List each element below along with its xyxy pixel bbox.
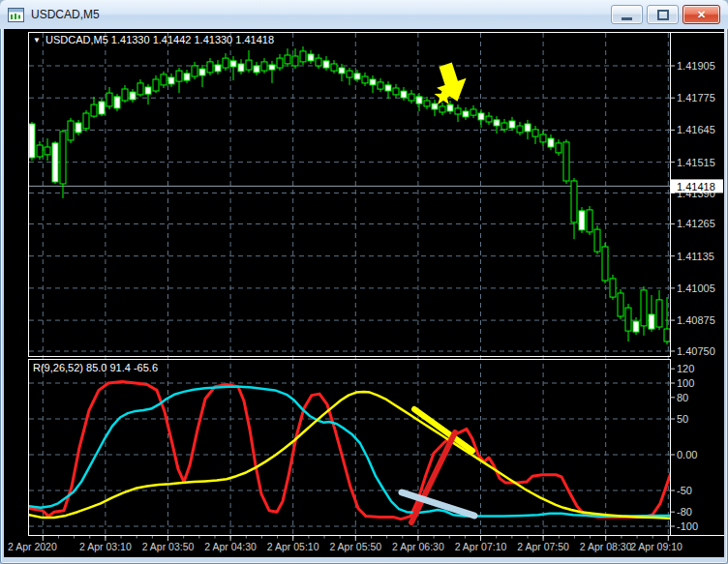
restore-button[interactable] — [647, 5, 679, 24]
svg-text:1.41645: 1.41645 — [677, 124, 715, 135]
svg-text:-50: -50 — [677, 485, 692, 496]
minimize-icon — [622, 17, 632, 20]
svg-text:120: 120 — [677, 363, 694, 374]
svg-text:2 Apr 07:10: 2 Apr 07:10 — [455, 541, 507, 552]
svg-text:-100: -100 — [677, 520, 698, 532]
svg-text:100: 100 — [677, 377, 694, 389]
chart-window-icon — [8, 8, 24, 22]
svg-text:2 Apr 05:10: 2 Apr 05:10 — [267, 541, 319, 552]
svg-text:1.41515: 1.41515 — [677, 157, 715, 168]
svg-text:1.41265: 1.41265 — [677, 218, 715, 229]
svg-text:80: 80 — [677, 392, 688, 403]
svg-text:2 Apr 08:30: 2 Apr 08:30 — [580, 541, 632, 552]
svg-text:1.40875: 1.40875 — [677, 314, 715, 326]
svg-text:-80: -80 — [677, 506, 692, 518]
ohlc-header: USDCAD,M5 1.41330 1.41442 1.41330 1.4141… — [46, 34, 274, 45]
svg-text:1.41135: 1.41135 — [677, 251, 714, 262]
window-controls: ✕ — [611, 5, 720, 24]
svg-text:1.40750: 1.40750 — [677, 345, 715, 357]
svg-text:2 Apr 04:30: 2 Apr 04:30 — [204, 541, 257, 552]
svg-text:50: 50 — [677, 413, 688, 425]
chart-canvas[interactable]: 1.419051.417751.416451.415151.413901.412… — [4, 29, 724, 557]
svg-text:0.00: 0.00 — [677, 449, 697, 460]
svg-text:2 Apr 06:30: 2 Apr 06:30 — [392, 541, 444, 552]
window-title: USDCAD,M5 — [31, 8, 100, 21]
svg-text:1.41005: 1.41005 — [677, 282, 715, 294]
title-bar[interactable]: USDCAD,M5 ✕ — [0, 0, 728, 29]
minimize-button[interactable] — [611, 5, 643, 24]
indicator-header: R(9,26,52) 85.0 91.4 -65.6 — [33, 362, 158, 373]
svg-text:2 Apr 2020: 2 Apr 2020 — [8, 541, 57, 552]
svg-text:1.41905: 1.41905 — [677, 60, 715, 72]
svg-text:2 Apr 05:50: 2 Apr 05:50 — [329, 541, 381, 552]
current-price-label: 1.41418 — [677, 181, 715, 193]
svg-text:1.41775: 1.41775 — [677, 92, 715, 104]
svg-text:2 Apr 09:10: 2 Apr 09:10 — [630, 541, 682, 552]
close-icon: ✕ — [697, 9, 706, 21]
svg-text:2 Apr 03:50: 2 Apr 03:50 — [142, 541, 195, 552]
svg-text:2 Apr 07:50: 2 Apr 07:50 — [517, 541, 569, 552]
restore-icon — [657, 10, 669, 20]
chart-window: USDCAD,M5 ✕ 1.419051.417751.416451.41515… — [0, 0, 728, 564]
close-button[interactable]: ✕ — [682, 5, 720, 24]
svg-text:2 Apr 03:10: 2 Apr 03:10 — [79, 541, 132, 552]
symbol-marker-icon: ▼ — [33, 36, 41, 45]
